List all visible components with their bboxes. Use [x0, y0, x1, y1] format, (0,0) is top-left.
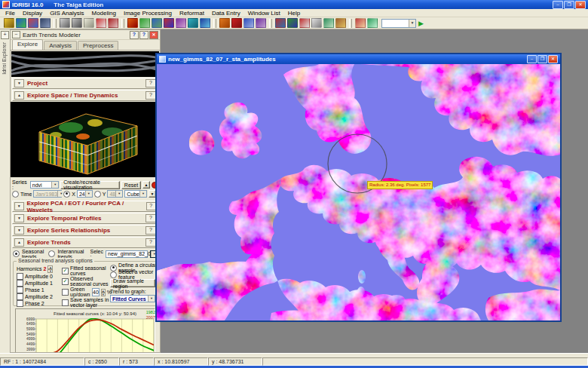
restore-button[interactable]: ❐ [564, 1, 574, 9]
layer-properties-icon[interactable] [28, 18, 38, 28]
section-space-time-dynamics[interactable]: ▲ Explore Space / Time Dynamics ? [12, 90, 158, 101]
help-button[interactable]: ? [145, 226, 156, 235]
green-updown-checkbox[interactable] [62, 289, 69, 296]
calculator-icon[interactable] [299, 18, 310, 28]
collection-editor-icon[interactable] [40, 18, 51, 28]
section-temporal-profiles[interactable]: ▼ Explore Temporal Profiles ? [12, 213, 158, 224]
chevron-down-icon[interactable]: ▼ [409, 20, 415, 27]
map-display[interactable]: Radius: 2.36 deg. Pixels: 1577 [157, 64, 560, 320]
tab-analysis[interactable]: Analysis [44, 41, 77, 50]
help-button[interactable]: ? [145, 238, 156, 247]
checkbox-amplitude-0[interactable]: Amplitude 0 [17, 273, 60, 279]
create-visualization-button[interactable]: Create/recreate visualization [60, 181, 120, 189]
chevron-down-icon[interactable]: ▼ [14, 202, 24, 210]
fitted-curves-checkbox[interactable] [62, 268, 69, 274]
display-launcher-icon[interactable] [16, 18, 26, 28]
circular-sample-radio[interactable] [110, 265, 117, 271]
map-composition-icon[interactable] [152, 18, 162, 28]
chevron-up-icon[interactable]: ▲ [14, 91, 24, 100]
chevron-down-icon[interactable]: ▼ [14, 79, 24, 87]
map-window-titlebar[interactable]: new_gimms_82_07_r_sta_amplitudes – ❐ ✕ [157, 54, 560, 64]
space-time-cube-visualization[interactable] [11, 102, 158, 177]
time-combobox[interactable]: Jan/1983▼ [33, 190, 62, 198]
trend-to-graph-combobox[interactable]: Fitted Curves▼ [110, 295, 155, 302]
grid-icon[interactable] [311, 18, 322, 28]
harmonics-stepper[interactable]: ▲▼ [47, 265, 53, 272]
explorer-expand-button[interactable]: + [1, 31, 9, 39]
chevron-up-icon[interactable]: ▲ [14, 238, 24, 247]
map-close-button[interactable]: ✕ [548, 55, 558, 63]
series-combobox[interactable]: ndvi▼ [30, 181, 59, 189]
histogram-icon[interactable] [176, 18, 186, 28]
etm-context-help-button[interactable]: ? [139, 31, 149, 39]
section-explore-trends[interactable]: ▲ Explore Trends ? [12, 237, 158, 248]
explorer-strip-label[interactable]: Idrisi Explorer [2, 42, 7, 75]
menu-modeling[interactable]: Modeling [87, 10, 119, 17]
remove-layer-icon[interactable] [231, 18, 242, 28]
measure-icon[interactable] [108, 18, 118, 28]
y-combobox[interactable]: 48▼ [107, 190, 123, 198]
time-radio[interactable] [12, 191, 19, 198]
section-series-relationships[interactable]: ▼ Explore Series Relationships ? [12, 225, 158, 236]
menu-data-entry[interactable]: Data Entry [208, 10, 244, 17]
chevron-down-icon[interactable]: ▼ [14, 226, 24, 235]
checkbox-amplitude-2[interactable]: Amplitude 2 [17, 293, 60, 299]
digitize-icon[interactable] [367, 18, 378, 28]
save-samples-checkbox[interactable] [62, 299, 69, 306]
menu-reformat[interactable]: Reformat [176, 10, 208, 17]
section-project[interactable]: ▼ Project ? [12, 78, 158, 89]
checkbox-amplitude-1[interactable]: Amplitude 1 [17, 280, 60, 286]
etm-help-button[interactable]: ? [130, 31, 139, 39]
zoom-in-icon[interactable] [60, 18, 70, 28]
green-updown-stepper[interactable]: ▲▼ [101, 289, 106, 296]
etm-close-button[interactable]: ✕ [149, 31, 158, 39]
menu-help[interactable]: Help [284, 10, 304, 17]
y-radio[interactable] [94, 191, 101, 198]
scatterplot-icon[interactable] [287, 18, 298, 28]
x-radio[interactable] [63, 191, 70, 198]
help-button[interactable]: ? [146, 202, 156, 210]
cascade-windows-icon[interactable] [139, 18, 150, 28]
green-updown-value[interactable]: 40 [92, 288, 100, 296]
menu-display[interactable]: Display [19, 10, 46, 17]
vector-feature-radio[interactable] [110, 271, 117, 278]
help-button[interactable]: ? [145, 91, 156, 100]
menu-gis-analysis[interactable]: GIS Analysis [46, 10, 87, 17]
etm-minimize-button[interactable]: – [12, 31, 20, 38]
add-layer-icon[interactable] [219, 18, 230, 28]
stretch-icon[interactable] [188, 18, 198, 28]
checkbox-box[interactable] [17, 280, 23, 287]
x-combobox[interactable]: 24▼ [77, 190, 93, 198]
shortcut-go-button[interactable]: ▶ [418, 20, 424, 27]
tab-preprocess[interactable]: Preprocess [78, 41, 118, 50]
menu-window-list[interactable]: Window List [244, 10, 284, 17]
zoom-out-icon[interactable] [72, 18, 82, 28]
help-button[interactable]: ? [145, 79, 156, 87]
identify-icon[interactable] [256, 18, 266, 28]
cube-combobox[interactable]: Cube▼ [124, 190, 147, 198]
full-extent-icon[interactable] [96, 18, 106, 28]
checkbox-box[interactable] [17, 287, 23, 293]
database-icon[interactable] [323, 18, 334, 28]
chevron-down-icon[interactable]: ▼ [14, 214, 24, 222]
metadata-globe-icon[interactable] [200, 18, 210, 28]
shortcut-combobox[interactable]: ▼ [381, 19, 416, 28]
window-zoom-icon[interactable] [84, 18, 94, 28]
profile-icon[interactable] [164, 18, 174, 28]
menu-file[interactable]: File [2, 10, 19, 17]
seasonal-trends-radio[interactable] [13, 250, 20, 257]
close-button[interactable]: ✕ [575, 1, 586, 9]
interannual-trends-radio[interactable] [48, 250, 55, 257]
checkbox-phase-1[interactable]: Phase 1 [17, 287, 60, 293]
help-button[interactable]: ? [145, 214, 156, 222]
undo-icon[interactable] [243, 18, 254, 28]
reset-button[interactable]: Reset [121, 181, 141, 189]
chart-icon[interactable] [275, 18, 286, 28]
checkbox-box[interactable] [17, 300, 23, 307]
edit-icon[interactable] [355, 18, 366, 28]
step-up-button[interactable]: ▲ [142, 181, 150, 189]
checkbox-box[interactable] [17, 293, 23, 300]
symbol-workshop-icon[interactable] [335, 18, 346, 28]
tab-explore[interactable]: Explore [12, 39, 43, 50]
map-restore-button[interactable]: ❐ [537, 55, 547, 63]
